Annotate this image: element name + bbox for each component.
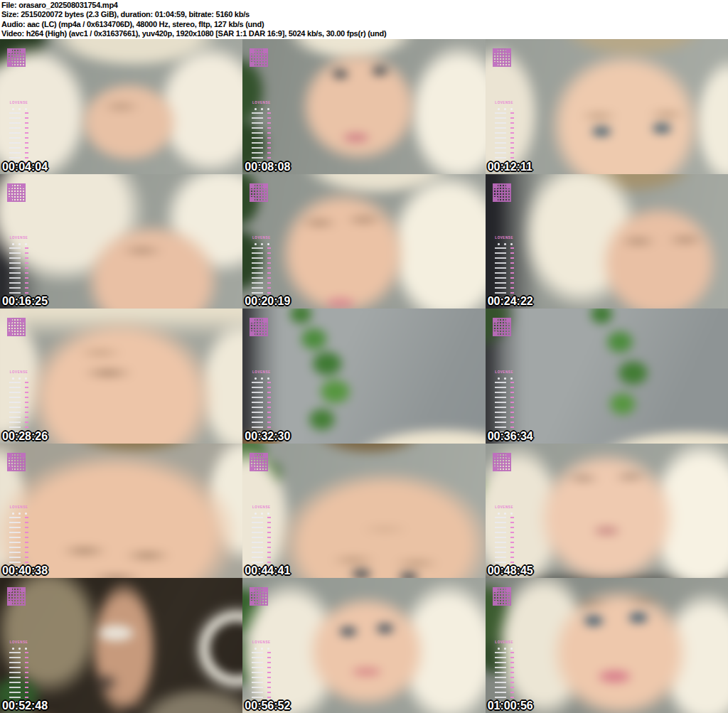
thumbnail-photo [242, 578, 485, 713]
qr-code-overlay [493, 48, 511, 67]
tip-menu-title: LOVENSE [252, 370, 271, 375]
tip-menu-icons [252, 375, 271, 380]
video-thumbnail: LOVENSE 00:56:52 [242, 578, 485, 713]
tip-menu-title: LOVENSE [252, 236, 271, 240]
tip-menu-overlay: LOVENSE [9, 101, 28, 168]
timestamp-label: 00:56:52 [245, 699, 290, 712]
thumbnail-photo [486, 39, 728, 174]
timestamp-label: 00:52:48 [2, 699, 48, 712]
video-thumbnail: LOVENSE 00:12:11 [486, 39, 728, 174]
thumbnail-photo [242, 174, 485, 309]
tip-menu-overlay: LOVENSE [495, 101, 514, 168]
tip-menu-title: LOVENSE [9, 505, 28, 510]
tip-menu-icons [495, 241, 514, 246]
qr-code-overlay [7, 183, 26, 202]
thumbnail-photo [0, 174, 242, 309]
thumbnail-photo [486, 444, 728, 579]
qr-code-overlay [7, 318, 26, 336]
file-info-line: File: orasaro_202508031754.mp4 [1, 1, 728, 10]
qr-code-overlay [493, 587, 511, 606]
video-thumbnail: LOVENSE 00:44:41 [242, 444, 485, 579]
thumbnail-photo [242, 309, 485, 444]
tip-menu-title: LOVENSE [252, 505, 271, 510]
tip-menu-icons [495, 106, 514, 111]
timestamp-label: 00:32:30 [245, 430, 290, 443]
tip-menu-overlay: LOVENSE [495, 370, 514, 438]
tip-menu-overlay: LOVENSE [495, 505, 514, 573]
media-info-header: File: orasaro_202508031754.mp4 Size: 251… [0, 0, 728, 39]
timestamp-label: 00:08:08 [245, 161, 290, 173]
video-thumbnail: LOVENSE 00:08:08 [242, 39, 485, 174]
timestamp-label: 00:24:22 [488, 295, 533, 308]
video-thumbnail: LOVENSE 00:20:19 [242, 174, 485, 309]
qr-code-overlay [250, 453, 268, 471]
tip-menu-icons [9, 375, 28, 380]
thumbnail-photo [486, 309, 728, 444]
video-thumbnail: LOVENSE 00:40:38 [0, 444, 242, 579]
tip-menu-title: LOVENSE [495, 640, 514, 645]
timestamp-label: 00:48:45 [488, 564, 533, 577]
tip-menu-title: LOVENSE [9, 236, 28, 240]
tip-menu-icons [495, 645, 514, 650]
tip-menu-overlay: LOVENSE [252, 640, 271, 708]
tip-menu-title: LOVENSE [9, 640, 28, 645]
video-thumbnail: LOVENSE 00:52:48 [0, 578, 242, 713]
thumbnail-photo [0, 309, 242, 444]
thumbnail-photo [242, 444, 485, 579]
qr-code-overlay [7, 453, 26, 471]
tip-menu-overlay: LOVENSE [252, 505, 271, 573]
timestamp-label: 00:36:34 [488, 430, 533, 443]
thumbnail-photo [0, 39, 242, 174]
tip-menu-title: LOVENSE [495, 370, 514, 375]
qr-code-overlay [7, 48, 26, 67]
tip-menu-overlay: LOVENSE [9, 640, 28, 708]
qr-code-overlay [250, 587, 268, 606]
thumbnail-photo [486, 578, 728, 713]
tip-menu-title: LOVENSE [252, 101, 271, 105]
timestamp-label: 00:12:11 [488, 161, 532, 173]
qr-code-overlay [250, 183, 268, 202]
audio-info-line: Audio: aac (LC) (mp4a / 0x6134706D), 480… [1, 20, 728, 29]
tip-menu-icons [252, 645, 271, 650]
timestamp-label: 00:28:26 [2, 430, 48, 443]
tip-menu-title: LOVENSE [495, 505, 514, 510]
tip-menu-icons [252, 241, 271, 246]
tip-menu-overlay: LOVENSE [495, 236, 514, 304]
tip-menu-icons [9, 106, 28, 111]
video-thumbnail: LOVENSE 00:16:25 [0, 174, 242, 309]
tip-menu-title: LOVENSE [9, 101, 28, 105]
tip-menu-overlay: LOVENSE [495, 640, 514, 708]
timestamp-label: 00:04:04 [2, 161, 48, 173]
qr-code-overlay [493, 453, 511, 471]
qr-code-overlay [250, 318, 268, 336]
timestamp-label: 01:00:56 [488, 699, 533, 712]
tip-menu-icons [9, 510, 28, 515]
video-thumbnail: LOVENSE 00:48:45 [486, 444, 728, 579]
tip-menu-overlay: LOVENSE [252, 236, 271, 304]
tip-menu-overlay: LOVENSE [252, 101, 271, 168]
timestamp-label: 00:16:25 [2, 295, 48, 308]
tip-menu-title: LOVENSE [252, 640, 271, 645]
tip-menu-icons [9, 645, 28, 650]
video-thumbnail: LOVENSE 00:36:34 [486, 309, 728, 444]
timestamp-label: 00:40:38 [2, 564, 48, 577]
qr-code-overlay [7, 587, 26, 606]
tip-menu-title: LOVENSE [495, 236, 514, 240]
video-thumbnail: LOVENSE 00:28:26 [0, 309, 242, 444]
thumbnail-photo [0, 578, 242, 713]
tip-menu-overlay: LOVENSE [9, 236, 28, 304]
tip-menu-icons [495, 375, 514, 380]
timestamp-label: 00:44:41 [245, 564, 290, 577]
tip-menu-icons [252, 106, 271, 111]
thumbnail-grid: LOVENSE 00:04:04 LOVENSE 00:08:08 LOVENS… [0, 39, 728, 713]
qr-code-overlay [493, 318, 511, 336]
qr-code-overlay [493, 183, 511, 202]
timestamp-label: 00:20:19 [245, 295, 290, 308]
tip-menu-icons [495, 510, 514, 515]
thumbnail-photo [242, 39, 485, 174]
video-thumbnail: LOVENSE 01:00:56 [486, 578, 728, 713]
tip-menu-overlay: LOVENSE [9, 505, 28, 573]
qr-code-overlay [250, 48, 268, 67]
tip-menu-overlay: LOVENSE [252, 370, 271, 438]
tip-menu-title: LOVENSE [495, 101, 514, 105]
